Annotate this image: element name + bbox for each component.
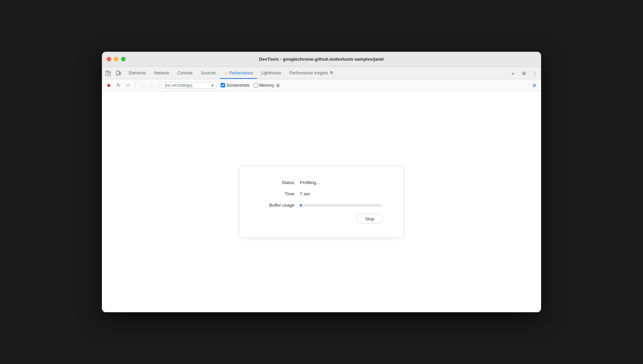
screenshots-checkbox[interactable] [221, 83, 225, 87]
memory-checkbox[interactable] [254, 83, 258, 87]
title-bar: DevTools - googlechrome.github.io/devtoo… [102, 52, 541, 67]
inspector-icon[interactable] [103, 69, 113, 77]
status-label: Status [260, 180, 294, 185]
profiling-card: Status Profiling... Time 7 sec Buffer us… [239, 166, 404, 238]
time-value: 7 sec [300, 191, 311, 196]
more-options-button[interactable]: ⋮ [530, 69, 540, 77]
close-button[interactable] [107, 57, 111, 61]
icon-tabs [103, 69, 123, 79]
tab-console[interactable]: Console [173, 68, 197, 79]
minimize-button[interactable] [114, 57, 118, 61]
tab-network[interactable]: Network [150, 68, 173, 79]
stop-button-row: Stop [260, 214, 383, 224]
settings-button[interactable]: ⚙ [519, 69, 529, 77]
tab-performance[interactable]: ⚠ Performance [220, 68, 257, 79]
tab-sources[interactable]: Sources [197, 68, 220, 79]
performance-toolbar: ■ ↻ ⊘ ↑ ↓ (no recordings) ▾ Screenshots … [102, 79, 541, 92]
buffer-bar [300, 204, 383, 207]
main-content: Status Profiling... Time 7 sec Buffer us… [102, 92, 541, 312]
traffic-lights [107, 57, 126, 61]
separator-1 [135, 83, 135, 88]
stop-button[interactable]: Stop [356, 214, 383, 224]
devtools-tab-bar: Elements Network Console Sources ⚠ Perfo… [102, 67, 541, 79]
maximize-button[interactable] [121, 57, 126, 61]
tab-performance-insights[interactable]: Performance insights ⚗ [285, 68, 338, 79]
flask-icon: ⚗ [329, 71, 333, 75]
memory-label[interactable]: Memory [259, 83, 274, 88]
clear-button[interactable]: ⊘ [124, 81, 132, 89]
time-label: Time [260, 191, 294, 196]
upload-button[interactable]: ↑ [138, 81, 146, 89]
svg-rect-1 [116, 71, 119, 75]
tab-lighthouse[interactable]: Lighthouse [257, 68, 285, 79]
warning-icon: ⚠ [224, 71, 228, 75]
device-icon[interactable] [114, 69, 123, 77]
chevron-down-icon: ▾ [211, 83, 213, 88]
buffer-label: Buffer usage [260, 203, 294, 208]
svg-rect-2 [119, 72, 121, 75]
status-value: Profiling... [300, 180, 320, 185]
reload-button[interactable]: ↻ [114, 81, 122, 89]
download-button[interactable]: ↓ [148, 81, 156, 89]
screenshots-checkbox-group: Screenshots [221, 83, 249, 88]
more-tabs-button[interactable]: » [508, 69, 518, 77]
separator-2 [159, 83, 159, 88]
status-row: Status Profiling... [260, 180, 383, 185]
gear-icon: ⚙ [532, 83, 537, 88]
screenshots-label[interactable]: Screenshots [226, 83, 249, 88]
recordings-select[interactable]: (no recordings) ▾ [162, 82, 217, 89]
record-stop-button[interactable]: ■ [105, 81, 113, 89]
performance-settings-button[interactable]: ⚙ [530, 81, 538, 89]
memory-icon: 🖥 [276, 83, 280, 88]
tab-right-icons: » ⚙ ⋮ [508, 69, 540, 79]
buffer-bar-fill [300, 204, 302, 207]
buffer-row: Buffer usage [260, 203, 383, 208]
window-title: DevTools - googlechrome.github.io/devtoo… [259, 57, 384, 62]
devtools-window: DevTools - googlechrome.github.io/devtoo… [102, 52, 541, 312]
time-row: Time 7 sec [260, 191, 383, 196]
memory-checkbox-group: Memory [254, 83, 274, 88]
tab-elements[interactable]: Elements [125, 68, 150, 79]
